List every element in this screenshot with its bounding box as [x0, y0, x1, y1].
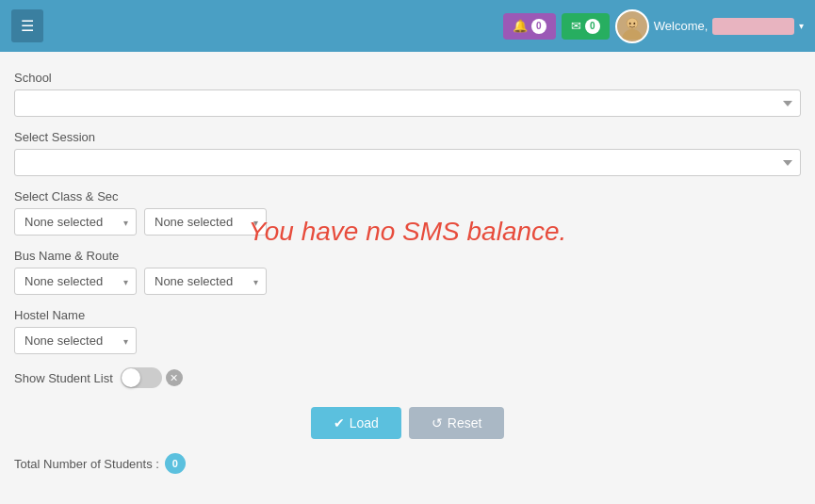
hostel-dropdown-arrow-icon: ▾ — [123, 335, 128, 346]
school-label: School — [14, 71, 801, 85]
refresh-icon: ↺ — [432, 415, 443, 431]
check-icon: ✔ — [334, 415, 345, 431]
hostel-group: None selected ▾ — [14, 327, 801, 354]
session-select[interactable] — [14, 149, 801, 176]
svg-point-4 — [633, 22, 635, 24]
bus-dropdown-arrow-icon: ▾ — [123, 276, 128, 286]
mail-icon: ✉ — [571, 19, 581, 33]
session-label: Select Session — [14, 130, 801, 144]
sec-select-button[interactable]: None selected ▾ — [144, 208, 267, 236]
class-dropdown-arrow-icon: ▾ — [123, 217, 128, 227]
chevron-down-icon: ▾ — [799, 21, 804, 31]
class-none-label: None selected — [24, 215, 103, 229]
avatar — [615, 9, 649, 43]
total-students-count: 0 — [165, 453, 186, 474]
bus-select-button[interactable]: None selected ▾ — [14, 268, 137, 295]
hamburger-menu-button[interactable]: ☰ — [11, 9, 43, 42]
show-student-row: Show Student List ✕ — [14, 367, 801, 388]
class-select-button[interactable]: None selected ▾ — [14, 208, 137, 236]
svg-point-2 — [627, 18, 637, 28]
total-students-row: Total Number of Students : 0 — [14, 453, 801, 474]
toggle-x-icon[interactable]: ✕ — [166, 369, 183, 386]
messages-button[interactable]: ✉ 0 — [562, 13, 610, 40]
reset-button[interactable]: ↺ Reset — [409, 407, 505, 439]
notifications-button[interactable]: 🔔 0 — [503, 13, 556, 40]
hostel-none-label: None selected — [24, 333, 103, 348]
load-button[interactable]: ✔ Load — [311, 407, 401, 439]
notifications-badge: 0 — [531, 19, 546, 34]
svg-point-3 — [628, 22, 630, 24]
bus-label: Bus Name & Route — [14, 249, 801, 263]
main-content: You have no SMS balance. School Select S… — [0, 52, 815, 493]
header-right: 🔔 0 ✉ 0 Welcome, ▾ — [503, 9, 804, 43]
reset-label: Reset — [448, 415, 482, 431]
toggle-thumb — [122, 368, 140, 387]
class-sec-group: None selected ▾ None selected ▾ — [14, 208, 801, 236]
bus-none-label: None selected — [24, 274, 103, 288]
school-section: School — [14, 71, 801, 117]
bell-icon: 🔔 — [513, 19, 528, 33]
user-menu-button[interactable]: Welcome, ▾ — [615, 9, 804, 43]
class-sec-label: Select Class & Sec — [14, 189, 801, 203]
session-section: Select Session — [14, 130, 801, 176]
route-select-button[interactable]: None selected ▾ — [144, 268, 267, 295]
route-none-label: None selected — [155, 274, 233, 288]
show-student-toggle[interactable]: ✕ — [121, 367, 183, 388]
messages-badge: 0 — [585, 19, 600, 34]
class-sec-section: Select Class & Sec None selected ▾ None … — [14, 189, 801, 236]
username-display — [712, 18, 794, 35]
hostel-label: Hostel Name — [14, 308, 801, 322]
bus-route-group: None selected ▾ None selected ▾ — [14, 268, 801, 295]
toggle-track[interactable] — [121, 367, 162, 388]
avatar-image — [619, 13, 645, 40]
hostel-section: Hostel Name None selected ▾ — [14, 308, 801, 354]
show-student-label: Show Student List — [14, 371, 113, 385]
hostel-select-button[interactable]: None selected ▾ — [14, 327, 137, 354]
school-select[interactable] — [14, 89, 801, 117]
hamburger-icon: ☰ — [21, 18, 34, 34]
header: ☰ 🔔 0 ✉ 0 Welcome, — [0, 0, 815, 52]
load-label: Load — [350, 415, 379, 431]
bus-section: Bus Name & Route None selected ▾ None se… — [14, 249, 801, 295]
svg-point-1 — [622, 29, 643, 40]
welcome-label: Welcome, — [654, 19, 709, 33]
action-buttons: ✔ Load ↺ Reset — [14, 407, 801, 439]
route-dropdown-arrow-icon: ▾ — [253, 276, 258, 286]
sec-none-label: None selected — [155, 215, 233, 229]
sec-dropdown-arrow-icon: ▾ — [253, 217, 258, 227]
total-students-label: Total Number of Students : — [14, 457, 159, 471]
